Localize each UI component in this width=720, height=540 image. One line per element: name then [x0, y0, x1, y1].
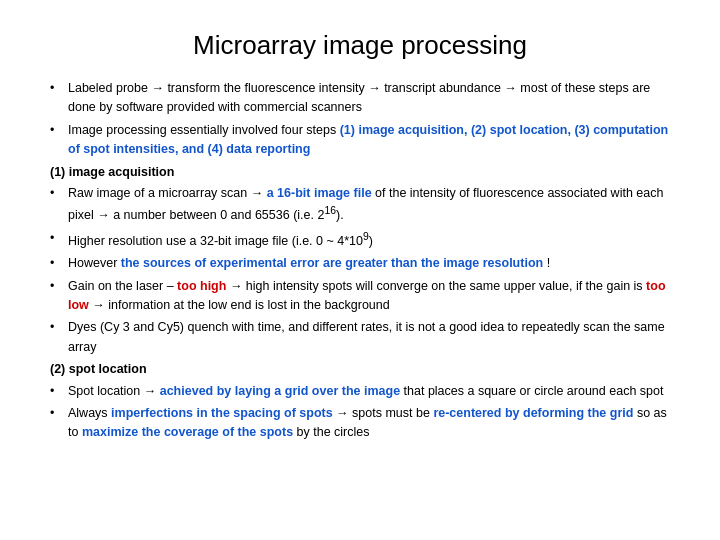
section-header: (1) image acquisition — [50, 163, 670, 182]
slide-title: Microarray image processing — [50, 30, 670, 61]
list-item: • Image processing essentially involved … — [50, 121, 670, 160]
bullet-point: • — [50, 229, 68, 252]
list-item: • Dyes (Cy 3 and Cy5) quench with time, … — [50, 318, 670, 357]
list-item: • Spot location → achieved by laying a g… — [50, 382, 670, 401]
slide-content: • Labeled probe → transform the fluoresc… — [50, 79, 670, 443]
list-item: • Higher resolution use a 32-bit image f… — [50, 229, 670, 252]
bullet-text: Always imperfections in the spacing of s… — [68, 404, 670, 443]
bullet-text: Gain on the laser – too high → high inte… — [68, 277, 670, 316]
bullet-point: • — [50, 121, 68, 160]
section-header: (2) spot location — [50, 360, 670, 379]
slide: Microarray image processing • Labeled pr… — [0, 0, 720, 540]
bullet-point: • — [50, 318, 68, 357]
bullet-text: Higher resolution use a 32-bit image fil… — [68, 229, 670, 252]
bullet-text: Labeled probe → transform the fluorescen… — [68, 79, 670, 118]
bullet-point: • — [50, 277, 68, 316]
bullet-text: Dyes (Cy 3 and Cy5) quench with time, an… — [68, 318, 670, 357]
bullet-point: • — [50, 404, 68, 443]
bullet-point: • — [50, 79, 68, 118]
list-item: • Labeled probe → transform the fluoresc… — [50, 79, 670, 118]
bullet-text: Raw image of a microarray scan → a 16-bi… — [68, 184, 670, 226]
bullet-point: • — [50, 254, 68, 273]
bullet-text: Spot location → achieved by laying a gri… — [68, 382, 670, 401]
list-item: • Always imperfections in the spacing of… — [50, 404, 670, 443]
bullet-text: However the sources of experimental erro… — [68, 254, 670, 273]
bullet-point: • — [50, 382, 68, 401]
bullet-text: Image processing essentially involved fo… — [68, 121, 670, 160]
bullet-point: • — [50, 184, 68, 226]
list-item: • However the sources of experimental er… — [50, 254, 670, 273]
list-item: • Gain on the laser – too high → high in… — [50, 277, 670, 316]
list-item: • Raw image of a microarray scan → a 16-… — [50, 184, 670, 226]
